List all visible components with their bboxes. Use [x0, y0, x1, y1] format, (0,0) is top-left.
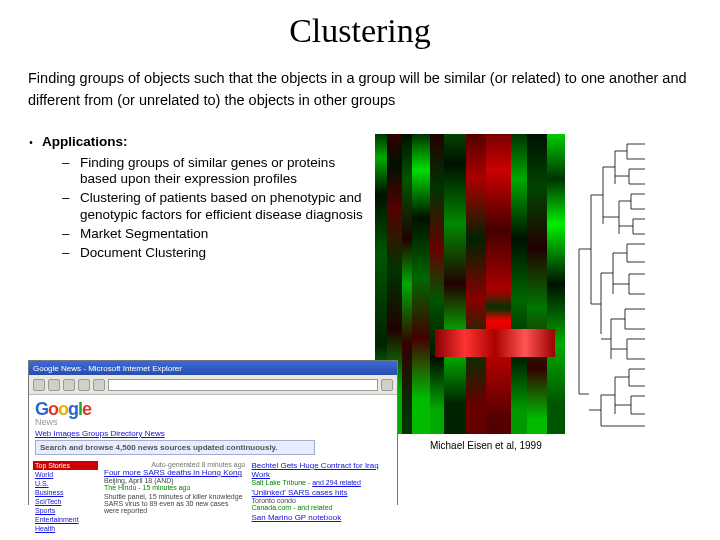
browser-toolbar: [29, 375, 397, 395]
sidebar-item: Business: [33, 488, 98, 497]
address-bar: [108, 379, 378, 391]
applications-list: –Finding groups of similar genes or prot…: [20, 149, 375, 262]
slide-title: Clustering: [0, 0, 720, 68]
back-icon: [33, 379, 45, 391]
applications-heading: Applications:: [42, 134, 128, 149]
list-item: –Clustering of patients based on phenoty…: [62, 190, 375, 224]
sidebar-item: U.S.: [33, 479, 98, 488]
sidebar-item: Top Stories: [33, 461, 98, 470]
news-story: 'Unlinked' SARS cases hits Toronto condo…: [252, 488, 394, 511]
browser-titlebar: Google News - Microsoft Internet Explore…: [29, 361, 397, 375]
forward-icon: [48, 379, 60, 391]
sidebar-item: World: [33, 470, 98, 479]
list-item: –Document Clustering: [62, 245, 375, 262]
nav-tabs: Web Images Groups Directory News: [35, 429, 391, 438]
news-story: Bechtel Gets Huge Contract for Iraq Work…: [252, 461, 394, 486]
news-story: Shuttle panel, 15 minutes of killer know…: [104, 493, 246, 514]
browser-screenshot: Google News - Microsoft Internet Explore…: [28, 360, 398, 505]
refresh-icon: [78, 379, 90, 391]
sidebar-item: Entertainment: [33, 515, 98, 524]
news-story: San Marino GP notebook: [252, 513, 394, 522]
home-icon: [93, 379, 105, 391]
stop-icon: [63, 379, 75, 391]
bullet-icon: •: [20, 134, 42, 149]
news-story: Four more SARS deaths in Hong Kong Beiji…: [104, 468, 246, 491]
definition-text: Finding groups of objects such that the …: [0, 68, 720, 134]
sidebar-item: Sci/Tech: [33, 497, 98, 506]
list-item: –Finding groups of similar genes or prot…: [62, 155, 375, 189]
auto-gen-note: Auto-generated 8 minutes ago: [104, 461, 246, 468]
gene-expression-heatmap: [375, 134, 565, 434]
dendrogram: [567, 134, 647, 434]
sidebar-item: Health: [33, 524, 98, 533]
list-item: –Market Segmentation: [62, 226, 375, 243]
search-strip: Search and browse 4,500 news sources upd…: [35, 440, 315, 455]
go-icon: [381, 379, 393, 391]
news-sidebar: Top Stories World U.S. Business Sci/Tech…: [33, 461, 98, 533]
sidebar-item: Sports: [33, 506, 98, 515]
